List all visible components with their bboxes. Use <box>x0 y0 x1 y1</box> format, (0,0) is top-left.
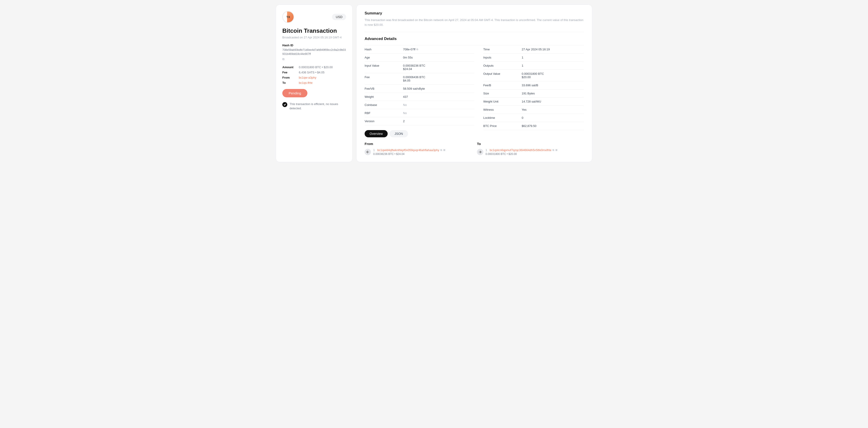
from-amount: 0.00038236 BTC • $24.04 <box>373 153 445 156</box>
check-icon <box>282 102 287 107</box>
to-address-link[interactable]: bc1qstcn6qpmuf7qzqc36l4664dh5n5tfe0mxlfr… <box>490 149 551 152</box>
to-address-row: 1 bc1qstcn6qpmuf7qzqc36l4664dh5n5tfe0mxl… <box>486 149 557 152</box>
fee-det-label: Fee <box>365 75 403 82</box>
fee-b-row: Fee/B 33.696 sat/B <box>483 81 584 90</box>
fee-usd: • $4.05 <box>315 71 324 74</box>
currency-badge: USD <box>332 14 346 20</box>
locktime-label: Locktime <box>483 116 522 120</box>
to-copy-icon[interactable]: ⧉ <box>553 149 554 152</box>
from-num: 1 <box>373 149 375 152</box>
fee-sats: 6,436 SATS <box>299 71 314 74</box>
fee-vb-value: 58.509 sat/vByte <box>403 87 474 90</box>
to-section: To 1 bc1qstcn6qpmuf7qzqc36l4664dh5n5tfe0… <box>477 142 584 156</box>
weight-unit-value: 14.728 sat/WU <box>522 100 584 103</box>
output-usd: $20.00 <box>522 75 531 79</box>
fee-det-btc: 0.00006436 BTC <box>403 75 425 79</box>
version-label: Version <box>365 120 403 123</box>
hash-det-value: 708e-07ff ⧉ <box>403 48 474 51</box>
to-entry: 1 bc1qstcn6qpmuf7qzqc36l4664dh5n5tfe0mxl… <box>477 149 584 156</box>
to-label: To <box>282 81 293 85</box>
output-value-label: Output Value <box>483 72 522 79</box>
btc-price-row: BTC Price $62,879.50 <box>483 122 584 130</box>
from-entry-details: 1 bc1qwld4qftwknthkpf0v059qxqr46ahflahaa… <box>373 149 445 156</box>
pending-button[interactable]: Pending <box>282 89 307 97</box>
size-row: Size 191 Bytes <box>483 90 584 98</box>
fee-b-value: 33.696 sat/B <box>522 84 584 87</box>
to-external-icon[interactable]: ⊞ <box>555 149 557 152</box>
inputs-label: Inputs <box>483 56 522 59</box>
from-address-link[interactable]: bc1qwld4qftwknthkpf0v059qxqr46ahflahaa3p… <box>377 149 439 152</box>
hash-det-label: Hash <box>365 48 403 51</box>
from-address[interactable]: bc1qw-a3phy <box>299 76 346 79</box>
inputs-value: 1 <box>522 56 584 59</box>
card-broadcasted: Broadcasted on 27 Apr 2024 05:16:19 GMT-… <box>282 36 346 39</box>
summary-text: This transaction was first broadcasted o… <box>365 18 584 32</box>
witness-value: Yes <box>522 108 584 111</box>
hash-copy-icon[interactable]: ⧉ <box>282 57 284 61</box>
coinbase-row: Coinbase No <box>365 101 474 109</box>
amount-value: 0.00031800 BTC • $20.00 <box>299 66 346 69</box>
outputs-label: Outputs <box>483 64 522 67</box>
weight-label: Weight <box>365 95 403 98</box>
card-header: TX USD <box>282 11 346 23</box>
input-btc: 0.00038236 BTC <box>403 64 425 67</box>
age-value: 0m 55s <box>403 56 474 59</box>
to-amount-btc: 0.00031800 BTC <box>486 153 506 156</box>
btc-price-label: BTC Price <box>483 124 522 128</box>
fee-b-label: Fee/B <box>483 84 522 87</box>
hash-det-text: 708e-07ff <box>403 48 415 51</box>
tab-overview[interactable]: Overview <box>365 130 388 137</box>
witness-label: Witness <box>483 108 522 111</box>
amount-usd: • $20.00 <box>322 66 333 69</box>
advanced-title: Advanced Details <box>365 37 584 41</box>
inputs-row: Inputs 1 <box>483 54 584 62</box>
fee-row: Fee 0.00006436 BTC $4.05 <box>365 73 474 85</box>
rbf-row: RBF No <box>365 109 474 117</box>
coinbase-label: Coinbase <box>365 103 403 107</box>
age-label: Age <box>365 56 403 59</box>
details-right-col: Time 27 Apr 2024 05:16:19 Inputs 1 Outpu… <box>474 45 584 130</box>
from-external-icon[interactable]: ⊞ <box>443 149 445 152</box>
tx-label: TX <box>286 15 290 19</box>
input-usd: $24.04 <box>403 67 412 71</box>
efficiency-note: This transaction is efficient, no issues… <box>282 102 346 111</box>
to-section-label: To <box>477 142 584 146</box>
rbf-value: No <box>403 111 474 115</box>
to-num: 1 <box>486 149 487 152</box>
tx-circle: TX <box>282 11 294 23</box>
output-value: 0.00031800 BTC $20.00 <box>522 72 584 79</box>
from-copy-icon[interactable]: ⧉ <box>440 149 442 152</box>
summary-title: Summary <box>365 11 584 15</box>
hash-text: 708e59ab93bdfe71d0ee4d7afd949f09cc2c9a2c… <box>282 48 346 56</box>
age-row: Age 0m 55s <box>365 54 474 62</box>
btc-price-value: $62,879.50 <box>522 124 584 128</box>
hash-det-copy-icon[interactable]: ⧉ <box>416 48 418 51</box>
time-label: Time <box>483 48 522 51</box>
locktime-row: Locktime 0 <box>483 114 584 122</box>
version-value: 2 <box>403 120 474 123</box>
outputs-row: Outputs 1 <box>483 62 584 70</box>
output-value-row: Output Value 0.00031800 BTC $20.00 <box>483 70 584 81</box>
hash-row: Hash 708e-07ff ⧉ <box>365 45 474 54</box>
weight-row: Weight 437 <box>365 93 474 101</box>
efficiency-text: This transaction is efficient, no issues… <box>289 102 346 111</box>
arrow-left-svg <box>366 151 369 154</box>
size-value: 191 Bytes <box>522 92 584 95</box>
from-arrow-icon <box>365 149 371 155</box>
outputs-value: 1 <box>522 64 584 67</box>
left-card: TX USD Bitcoin Transaction Broadcasted o… <box>276 4 352 162</box>
fee-vb-label: Fee/VB <box>365 87 403 90</box>
hash-value: 708e59ab93bdfe71d0ee4d7afd949f09cc2c9a2c… <box>282 48 346 61</box>
fee-det-usd: $4.05 <box>403 79 410 82</box>
checkmark-svg <box>283 103 286 106</box>
details-left-col: Hash 708e-07ff ⧉ Age 0m 55s Input Value … <box>365 45 474 130</box>
tab-json[interactable]: JSON <box>390 130 408 137</box>
witness-row: Witness Yes <box>483 106 584 114</box>
to-amount-usd: • $20.00 <box>507 153 517 156</box>
info-grid: Amount 0.00031800 BTC • $20.00 Fee 6,436… <box>282 66 346 85</box>
from-section: From 1 bc1qwld4qftwknthkpf0v059qxqr46ahf… <box>365 142 471 156</box>
input-value-row: Input Value 0.00038236 BTC $24.04 <box>365 62 474 73</box>
to-address[interactable]: bc1qs-lfrte <box>299 81 346 85</box>
advanced-details-grid: Hash 708e-07ff ⧉ Age 0m 55s Input Value … <box>365 45 584 130</box>
time-row: Time 27 Apr 2024 05:16:19 <box>483 45 584 54</box>
